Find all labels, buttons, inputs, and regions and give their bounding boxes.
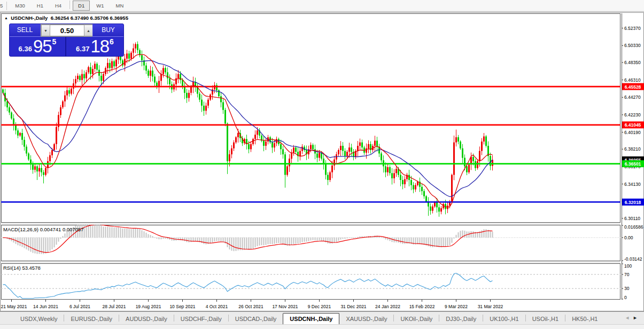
candle: [280, 144, 282, 150]
macd-histogram-bar: [35, 238, 36, 254]
macd-histogram-bar: [302, 238, 303, 242]
macd-histogram-bar: [317, 238, 318, 241]
candle: [21, 133, 23, 140]
timeframe-button-h4[interactable]: H4: [50, 1, 67, 11]
chart-symbol-label: USDCNH-,Daily: [11, 15, 48, 21]
macd-histogram-bar: [45, 238, 46, 254]
pane-divider[interactable]: [1, 223, 620, 225]
macd-histogram-bar: [43, 238, 44, 254]
macd-histogram-bar: [400, 238, 401, 244]
rsi-axis-label: 100: [624, 263, 632, 269]
pane-divider[interactable]: [1, 261, 620, 263]
date-axis-label: 31 Mar 2022: [478, 304, 503, 309]
tab-dj30-daily[interactable]: DJ30-,Daily: [439, 314, 483, 324]
tab-uk100-h1[interactable]: UK100-,H1: [483, 314, 525, 324]
candle: [457, 137, 459, 142]
macd-histogram-bar: [328, 238, 329, 244]
macd-histogram-bar: [298, 238, 299, 244]
macd-histogram-bar: [229, 238, 230, 249]
macd-histogram-bar: [268, 238, 269, 245]
macd-histogram-bar: [437, 238, 438, 247]
buy-price-button[interactable]: 6.37 18 6: [66, 37, 123, 56]
candle: [374, 140, 376, 146]
macd-histogram-bar: [392, 238, 393, 242]
level-price-badge-label: 6.45528: [625, 84, 641, 90]
candle: [2, 89, 4, 92]
tab-xauusd-daily[interactable]: XAUUSD-,Daily: [339, 314, 393, 324]
tab-audusd-daily[interactable]: AUDUSD-,Daily: [119, 314, 174, 324]
macd-histogram-bar: [58, 238, 59, 242]
macd-histogram-bar: [304, 238, 305, 242]
volume-decrease-button[interactable]: ▼: [41, 25, 50, 36]
macd-histogram-bar: [492, 232, 493, 238]
candle: [329, 173, 331, 180]
tab-eurusd-daily[interactable]: EURUSD-,Daily: [64, 314, 119, 324]
tab-usoil-h1[interactable]: USOil-,H1: [526, 314, 565, 324]
macd-histogram-bar: [146, 233, 147, 238]
macd-histogram-bar: [120, 228, 121, 237]
tab-ukoil-daily[interactable]: UKOil-,Daily: [394, 314, 439, 324]
timeframe-button-w1[interactable]: W1: [91, 1, 109, 11]
tab-scroll-left-icon[interactable]: ◄: [625, 315, 633, 320]
sell-price-pip-digit: 5: [52, 37, 57, 46]
macd-main-value: 0.004741: [40, 226, 61, 232]
date-axis-label: 19 Aug 2021: [136, 304, 161, 309]
macd-histogram-bar: [216, 238, 218, 241]
timeframe-button-partial[interactable]: 5: [0, 1, 4, 10]
sell-price-button[interactable]: 6.36 95 5: [10, 37, 66, 56]
timeframe-button-m30[interactable]: M30: [10, 1, 30, 11]
timeframe-button-d1[interactable]: D1: [73, 1, 90, 11]
macd-histogram-bar: [48, 238, 49, 253]
macd-histogram-bar: [377, 236, 378, 238]
tab-scroll-right-icon[interactable]: ►: [633, 315, 641, 320]
buy-button[interactable]: BUY: [92, 24, 123, 37]
candle: [432, 207, 433, 211]
candle: [19, 133, 21, 136]
candle: [77, 76, 79, 79]
volume-input[interactable]: 0.50: [50, 25, 84, 36]
macd-histogram-bar: [281, 238, 282, 244]
candle: [133, 49, 134, 53]
macd-histogram-bar: [204, 238, 205, 244]
macd-histogram-bar: [490, 231, 491, 238]
macd-histogram-bar: [259, 238, 260, 246]
tab-usdx-weekly[interactable]: USDX,Weekly: [14, 314, 64, 324]
candle: [327, 175, 329, 180]
date-axis-label: 31 Dec 2021: [340, 304, 366, 309]
macd-histogram-bar: [172, 238, 173, 241]
macd-histogram-bar: [278, 238, 280, 243]
macd-pane[interactable]: [2, 225, 620, 261]
rsi-pane[interactable]: [2, 264, 620, 300]
candle: [66, 90, 68, 96]
tab-usdcad-daily[interactable]: USDCAD-,Daily: [229, 314, 283, 324]
timeframe-button-mn[interactable]: MN: [111, 1, 129, 11]
volume-increase-button[interactable]: ▲: [84, 25, 93, 36]
macd-histogram-bar: [308, 238, 309, 241]
tab-usdcnh-daily[interactable]: USDCNH-,Daily: [283, 313, 339, 324]
macd-histogram-bar: [37, 238, 38, 254]
candle: [92, 69, 94, 74]
macd-axis-label: 0.00: [624, 235, 633, 240]
candle: [286, 166, 288, 175]
timeframe-button-h1[interactable]: H1: [32, 1, 49, 11]
candle: [160, 74, 162, 81]
candle: [395, 169, 397, 173]
macd-histogram-bar: [112, 227, 113, 238]
macd-histogram-bar: [293, 238, 294, 244]
date-axis-label: 26 Oct 2021: [238, 304, 263, 309]
price-axis-label: 6.38210: [624, 146, 641, 152]
macd-histogram-bar: [420, 238, 421, 244]
tab-usdchf-daily[interactable]: USDCHF-,Daily: [174, 314, 228, 324]
rsi-value: 53.4578: [22, 265, 40, 271]
macd-histogram-bar: [402, 238, 404, 244]
candle: [361, 143, 363, 148]
tab-hk50-h1[interactable]: HK50-,H1: [565, 314, 604, 324]
candle: [229, 154, 230, 161]
macd-histogram-bar: [246, 238, 247, 250]
macd-histogram-bar: [244, 238, 245, 250]
chart-collapse-icon[interactable]: ▲: [4, 16, 8, 20]
macd-histogram-bar: [274, 238, 275, 244]
chart-canvas[interactable]: 6.523706.503306.483506.463106.442706.422…: [0, 12, 644, 311]
candle: [402, 180, 404, 184]
sell-button[interactable]: SELL: [10, 24, 41, 37]
